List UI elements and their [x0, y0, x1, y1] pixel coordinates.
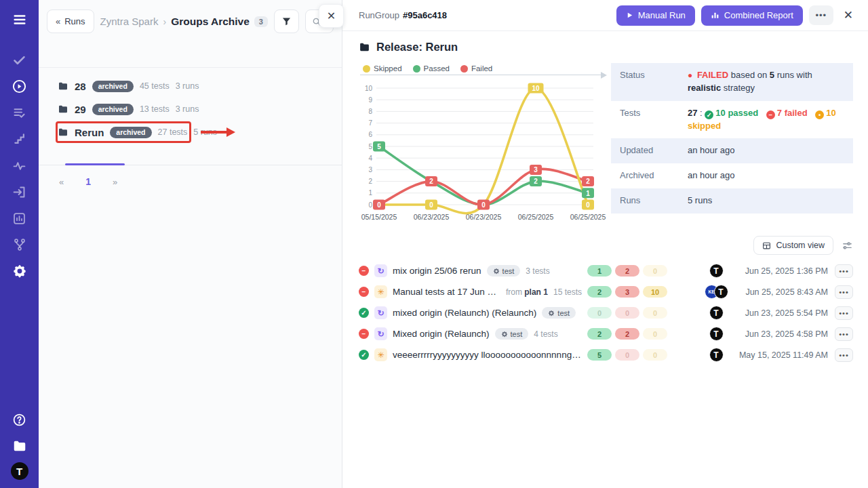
- failed-minus-icon: −: [766, 110, 775, 119]
- custom-view-button[interactable]: Custom view: [753, 236, 833, 255]
- legend-item-failed[interactable]: Failed: [460, 64, 492, 73]
- rungroup-detail-panel: RunGroup #95a6c418 Manual Run Combined R…: [342, 0, 868, 488]
- run-title[interactable]: mixed origin (Relaunch) (Relaunch): [393, 308, 536, 318]
- run-title[interactable]: Mixed origin (Relaunch): [393, 329, 490, 339]
- run-count-pills: 1 2 0: [587, 265, 672, 277]
- user-avatar[interactable]: T: [11, 462, 28, 480]
- pull-requests-icon[interactable]: [9, 182, 30, 202]
- back-to-runs-button[interactable]: « Runs: [47, 9, 94, 33]
- run-tests-count: 15 tests: [553, 287, 582, 297]
- projects-folder-icon[interactable]: [9, 436, 30, 456]
- run-title[interactable]: Manual tests at 17 Jun 2025 10:09: [393, 287, 500, 297]
- run-row-menu-button[interactable]: •••: [835, 264, 853, 278]
- breadcrumb-project[interactable]: Zyntra Spark: [100, 16, 159, 27]
- skipped-pill: 0: [643, 307, 667, 319]
- svg-text:2: 2: [534, 178, 538, 185]
- breadcrumb-separator: ›: [163, 16, 166, 27]
- group-row[interactable]: 29 archived 13 tests 3 runs: [39, 98, 342, 121]
- run-title[interactable]: mix origin 25/06 rerun: [393, 266, 481, 276]
- avatar[interactable]: T: [709, 327, 724, 341]
- filter-button[interactable]: [274, 9, 299, 33]
- rungroup-actions: Manual Run Combined Report ••• ✕: [616, 5, 857, 26]
- branch-icon[interactable]: [9, 235, 30, 255]
- run-row[interactable]: ✓ ✳ veeeerrrrryyyyyyyyyy llooooooooooonn…: [359, 344, 853, 365]
- avatar[interactable]: T: [709, 348, 724, 362]
- run-type-icon: ↻: [374, 306, 387, 319]
- run-row-menu-button[interactable]: •••: [835, 348, 853, 362]
- help-icon[interactable]: [9, 409, 30, 430]
- group-name: Rerun: [75, 127, 104, 138]
- skipped-pill: 0: [643, 265, 667, 277]
- run-tag-pill[interactable]: test: [542, 307, 576, 319]
- run-count-pills: 0 0 0: [587, 307, 672, 319]
- double-chevron-left-icon: «: [56, 16, 60, 26]
- avatar[interactable]: T: [714, 285, 728, 299]
- test-plans-icon[interactable]: [9, 102, 30, 123]
- run-row[interactable]: − ✳ Manual tests at 17 Jun 2025 10:09 fr…: [359, 281, 853, 302]
- runs-trend-chart: SkippedPassedFailed 01234567891005/15/20…: [353, 63, 611, 229]
- runs-row: Runs 5 runs: [611, 188, 853, 214]
- group-runs-count: 3 runs: [176, 81, 199, 91]
- group-name: 28: [75, 81, 86, 92]
- groups-panel-header: « Runs Zyntra Spark › Groups Archive 3 ✕: [39, 0, 342, 68]
- group-tests-count: 27 tests: [158, 127, 188, 137]
- run-row-menu-button[interactable]: •••: [835, 327, 853, 341]
- avatar[interactable]: T: [709, 306, 724, 320]
- table-view-icon: [762, 241, 771, 250]
- runs-play-icon[interactable]: [9, 76, 30, 96]
- milestones-stairs-icon[interactable]: [9, 129, 30, 149]
- run-list: − ↻ mix origin 25/06 rerun test 3 tests …: [359, 260, 853, 365]
- tests-check-icon[interactable]: [9, 49, 30, 70]
- tests-failed: 7 failed: [777, 108, 808, 118]
- group-row[interactable]: 28 archived 45 tests 3 runs: [39, 75, 342, 98]
- run-tag-pill[interactable]: test: [495, 328, 529, 340]
- run-count-pills: 2 2 0: [587, 328, 672, 340]
- run-status-icon: ✓: [359, 350, 369, 360]
- menu-icon[interactable]: [9, 9, 30, 30]
- legend-item-passed[interactable]: Passed: [413, 64, 450, 73]
- breadcrumb: Zyntra Spark › Groups Archive 3: [100, 9, 268, 33]
- archived-badge: archived: [92, 81, 134, 92]
- avatar[interactable]: T: [709, 264, 724, 278]
- pager-active-indicator: [65, 163, 125, 165]
- rungroup-header: RunGroup #95a6c418 Manual Run Combined R…: [342, 0, 868, 31]
- rungroup-info-table: Status ● FAILED based on 5 runs with rea…: [611, 63, 853, 214]
- group-name: 29: [75, 104, 86, 115]
- run-row-menu-button[interactable]: •••: [835, 306, 853, 320]
- panel-close-button[interactable]: ✕: [319, 4, 344, 28]
- svg-text:8: 8: [368, 108, 372, 115]
- svg-text:10: 10: [532, 85, 540, 92]
- run-row[interactable]: − ↻ mix origin 25/06 rerun test 3 tests …: [359, 260, 853, 281]
- combined-report-button[interactable]: Combined Report: [701, 5, 803, 26]
- legend-item-skipped[interactable]: Skipped: [363, 64, 402, 73]
- status-value: FAILED: [697, 70, 728, 80]
- filter-sliders-icon[interactable]: [842, 240, 853, 251]
- run-type-icon: ↻: [374, 264, 387, 277]
- group-row[interactable]: Rerun archived 27 tests 5 runs: [39, 121, 342, 144]
- run-tag-pill[interactable]: test: [487, 265, 521, 277]
- run-status-icon: −: [359, 266, 369, 276]
- run-date: Jun 23, 2025 4:58 PM: [736, 329, 828, 339]
- chart-canvas: 01234567891005/15/202506/23/202506/23/20…: [353, 79, 611, 226]
- run-row[interactable]: ✓ ↻ mixed origin (Relaunch) (Relaunch) t…: [359, 302, 853, 323]
- bar-chart-icon: [711, 11, 719, 20]
- reports-chart-icon[interactable]: [9, 208, 30, 228]
- run-row-menu-button[interactable]: •••: [835, 285, 853, 299]
- svg-text:5: 5: [368, 143, 372, 150]
- pagination-prev[interactable]: «: [55, 174, 68, 190]
- run-row[interactable]: − ↻ Mixed origin (Relaunch) test 4 tests…: [359, 323, 853, 344]
- settings-gear-icon[interactable]: [9, 261, 30, 281]
- svg-text:06/23/2025: 06/23/2025: [466, 213, 502, 221]
- folder-icon: [58, 104, 68, 115]
- more-actions-button[interactable]: •••: [809, 5, 833, 25]
- activity-pulse-icon[interactable]: [9, 155, 30, 176]
- pagination-next[interactable]: »: [108, 174, 121, 190]
- run-title[interactable]: veeeerrrrryyyyyyyyyy llooooooooooonnnnng…: [393, 350, 582, 360]
- run-type-icon: ✳: [374, 285, 387, 298]
- funnel-icon: [281, 16, 292, 26]
- manual-run-button[interactable]: Manual Run: [616, 5, 695, 26]
- close-detail-icon[interactable]: ✕: [840, 5, 857, 25]
- run-status-icon: −: [359, 329, 369, 339]
- folder-icon: [58, 81, 68, 92]
- pagination-page-1[interactable]: 1: [81, 174, 95, 190]
